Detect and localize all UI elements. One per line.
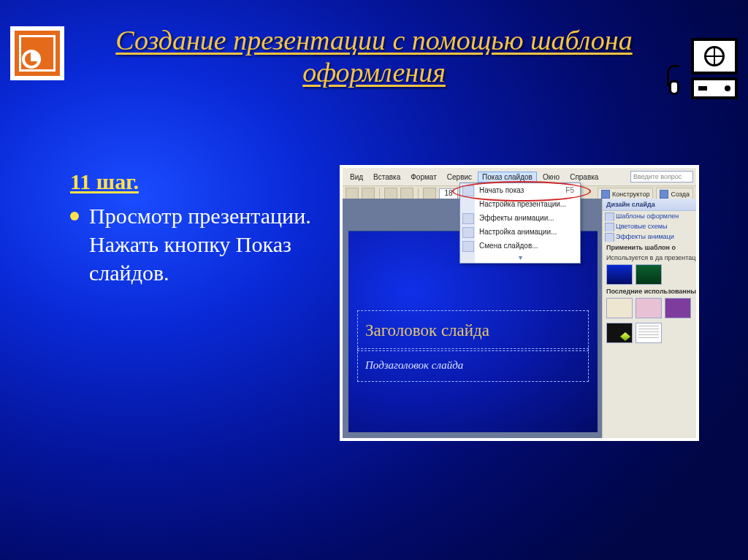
slide-body: 11 шаг. Просмотр презентации. Нажать кно… xyxy=(70,169,318,287)
dropdown-start-show[interactable]: Начать показ F5 xyxy=(460,183,580,197)
dropdown-setup-show[interactable]: Настройка презентации... xyxy=(460,197,580,211)
taskpane-used-heading: Используется в да презентации xyxy=(603,253,696,262)
colors-icon xyxy=(605,223,614,231)
dropdown-label: Начать показ xyxy=(479,186,524,194)
menu-help[interactable]: Справка xyxy=(565,172,603,183)
task-pane: Дизайн слайда Шаблоны оформлен Цветовые … xyxy=(602,199,696,438)
menu-view[interactable]: Вид xyxy=(346,172,367,183)
menu-format[interactable]: Формат xyxy=(406,172,441,183)
computer-illustration-icon xyxy=(662,38,738,101)
menu-tools[interactable]: Сервис xyxy=(443,172,476,183)
slideshow-dropdown: Начать показ F5 Настройка презентации...… xyxy=(459,183,581,264)
powerpoint-screenshot: Вид Вставка Формат Сервис Показ слайдов … xyxy=(340,165,699,441)
menu-slideshow[interactable]: Показ слайдов xyxy=(478,172,537,183)
new-slide-icon xyxy=(660,190,668,199)
taskpane-link-colors[interactable]: Цветовые схемы xyxy=(603,221,696,231)
dropdown-label: Настройка анимации... xyxy=(479,228,557,236)
title-placeholder[interactable]: Заголовок слайда xyxy=(357,310,589,351)
taskpane-thumbs-row xyxy=(603,262,696,287)
template-thumb[interactable] xyxy=(665,298,691,318)
taskpane-thumbs-row xyxy=(603,321,696,345)
slide-title: Создание презентации с помощью шаблона о… xyxy=(88,25,660,88)
taskpane-apply-heading: Применить шаблон о xyxy=(603,242,696,253)
dropdown-label: Эффекты анимации... xyxy=(479,214,554,222)
menu-insert[interactable]: Вставка xyxy=(369,172,405,183)
menu-window[interactable]: Окно xyxy=(538,172,564,183)
taskpane-link-label: Цветовые схемы xyxy=(616,223,667,230)
powerpoint-logo-icon xyxy=(10,26,64,80)
template-thumb[interactable] xyxy=(636,298,662,318)
taskpane-thumbs-row xyxy=(603,296,696,321)
slide-transition-icon xyxy=(462,241,474,252)
step-heading: 11 шаг. xyxy=(70,169,318,194)
dropdown-slide-transition[interactable]: Смена слайдов... xyxy=(460,239,580,253)
template-thumb[interactable] xyxy=(606,323,633,343)
dropdown-expand-icon[interactable]: ▾ xyxy=(460,253,580,263)
designer-label: Конструктор xyxy=(612,191,649,198)
templates-icon xyxy=(605,212,614,221)
effects-icon xyxy=(605,233,614,242)
start-show-icon xyxy=(462,185,474,196)
bullet-text: Просмотр презентации. Нажать кнопку Пока… xyxy=(89,202,318,287)
template-thumb[interactable] xyxy=(636,264,662,285)
dropdown-shortcut: F5 xyxy=(565,185,574,195)
dropdown-label: Настройка презентации... xyxy=(479,200,566,208)
template-thumb[interactable] xyxy=(636,323,662,343)
new-slide-label: Созда xyxy=(671,191,690,198)
ask-question-input[interactable]: Введите вопрос xyxy=(630,171,693,183)
taskpane-heading: Дизайн слайда xyxy=(603,199,696,211)
custom-animation-icon xyxy=(462,227,474,238)
dropdown-custom-animation[interactable]: Настройка анимации... xyxy=(460,225,580,239)
dropdown-label: Смена слайдов... xyxy=(479,242,538,250)
presentation-slide: Создание презентации с помощью шаблона о… xyxy=(0,0,748,560)
taskpane-recent-heading: Последние использованные xyxy=(603,287,696,296)
template-thumb[interactable] xyxy=(606,264,633,285)
template-thumb[interactable] xyxy=(606,298,633,318)
animation-effects-icon xyxy=(462,213,474,224)
dropdown-animation-effects[interactable]: Эффекты анимации... xyxy=(460,211,580,225)
bullet-item: Просмотр презентации. Нажать кнопку Пока… xyxy=(70,202,318,287)
designer-icon xyxy=(601,190,610,199)
taskpane-link-label: Эффекты анимаци xyxy=(616,233,674,240)
taskpane-link-templates[interactable]: Шаблоны оформлен xyxy=(603,211,696,221)
taskpane-link-effects[interactable]: Эффекты анимаци xyxy=(603,231,696,242)
bullet-dot-icon xyxy=(70,212,79,220)
taskpane-link-label: Шаблоны оформлен xyxy=(616,212,679,220)
subtitle-placeholder[interactable]: Подзаголовок слайда xyxy=(357,348,589,382)
